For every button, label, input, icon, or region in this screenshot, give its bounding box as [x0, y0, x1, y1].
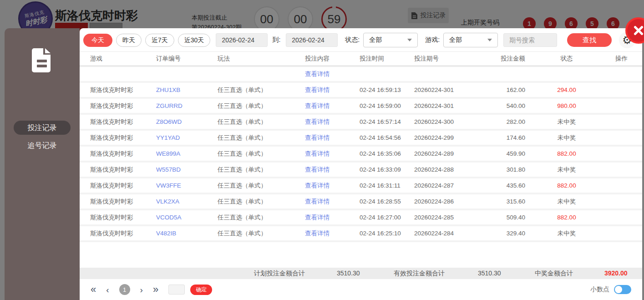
cell-game: 斯洛伐克时时彩	[90, 102, 156, 110]
col-content: 投注内容	[305, 55, 360, 63]
status-label: 状态:	[345, 36, 360, 44]
decimal-toggle[interactable]	[614, 285, 631, 294]
view-detail-link[interactable]: 查看详情	[305, 214, 360, 222]
cell-status: 未中奖	[528, 229, 605, 238]
cell-period: 20260224-299	[414, 134, 473, 141]
view-detail-link[interactable]: 查看详情	[305, 118, 360, 126]
view-detail-link[interactable]: 查看详情	[305, 86, 360, 94]
table-row: 查看详情	[80, 67, 642, 83]
view-detail-link[interactable]: 查看详情	[305, 182, 360, 190]
cell-status: 980.00	[528, 102, 605, 109]
page-jump-input[interactable]	[168, 285, 185, 295]
valid-total-value: 3510.30	[478, 269, 501, 277]
cell-time: 02-24 16:33:09	[360, 166, 414, 173]
col-time: 投注时间	[360, 55, 414, 63]
cell-play: 任三直选（单式）	[218, 150, 305, 158]
sidebar-item-chase-records[interactable]: 追号记录	[5, 140, 80, 151]
cell-order-link[interactable]: VCOD5A	[156, 214, 218, 221]
cell-order-link[interactable]: V482IB	[156, 230, 218, 237]
cell-play: 任三直选（单式）	[218, 182, 305, 190]
table-row: 斯洛伐克时时彩 WE899A 任三直选（单式） 查看详情 02-24 16:35…	[80, 147, 642, 163]
valid-total-label: 有效投注金额合计	[394, 269, 445, 278]
table-row: 斯洛伐克时时彩 V482IB 任三直选（单式） 查看详情 02-24 16:25…	[80, 226, 642, 242]
cell-time: 02-24 16:31:11	[360, 182, 414, 189]
cell-time: 02-24 16:28:55	[360, 198, 414, 205]
first-page-icon[interactable]: «	[91, 285, 96, 295]
game-select-value: 全部	[449, 36, 462, 44]
page-jump-confirm-button[interactable]: 确定	[190, 285, 212, 295]
decimal-toggle-group: 小数点	[590, 285, 631, 294]
cell-game: 斯洛伐克时时彩	[90, 150, 156, 158]
cell-time: 02-24 16:59:00	[360, 102, 414, 109]
cell-order-link[interactable]: Z8O6WD	[156, 118, 218, 125]
cell-amount: 315.60	[473, 198, 528, 205]
cell-order-link[interactable]: WE899A	[156, 150, 218, 157]
view-detail-link[interactable]: 查看详情	[305, 70, 360, 78]
cell-game: 斯洛伐克时时彩	[90, 182, 156, 190]
view-detail-link[interactable]: 查看详情	[305, 150, 360, 158]
cell-play: 任三直选（单式）	[218, 134, 305, 142]
status-select[interactable]: 全部	[363, 33, 418, 47]
cell-amount: 540.00	[473, 102, 528, 109]
cell-game: 斯洛伐克时时彩	[90, 86, 156, 94]
quick-filter-today[interactable]: 今天	[83, 34, 112, 47]
record-sidebar: 投注记录 追号记录	[5, 28, 80, 300]
cell-amount: 174.60	[473, 134, 528, 141]
cell-order-link[interactable]: W557BD	[156, 166, 218, 173]
cell-order-link[interactable]: ZHU1XB	[156, 86, 218, 93]
cell-play: 任三直选（单式）	[218, 118, 305, 126]
cell-amount: 162.00	[473, 86, 528, 93]
cell-game: 斯洛伐克时时彩	[90, 229, 156, 238]
date-to-input[interactable]	[286, 33, 338, 47]
period-search-input[interactable]	[503, 33, 557, 47]
col-period: 投注期号	[414, 55, 473, 63]
col-status: 状态	[528, 55, 605, 63]
summary-bar: 计划投注金额合计 3510.30 有效投注金额合计 3510.30 中奖金额合计…	[80, 268, 642, 279]
col-order: 订单编号	[156, 55, 218, 63]
cell-amount: 301.80	[473, 166, 528, 173]
view-detail-link[interactable]: 查看详情	[305, 102, 360, 110]
view-detail-link[interactable]: 查看详情	[305, 198, 360, 206]
next-page-icon[interactable]: ›	[140, 285, 143, 294]
last-page-icon[interactable]: »	[153, 285, 158, 295]
cell-status: 294.00	[528, 86, 605, 93]
chevron-down-icon	[487, 39, 492, 41]
decimal-toggle-label: 小数点	[590, 285, 609, 294]
table-row: 斯洛伐克时时彩 VLK2XA 任三直选（单式） 查看详情 02-24 16:28…	[80, 194, 642, 210]
quick-filter-yesterday[interactable]: 昨天	[116, 34, 142, 47]
game-select[interactable]: 全部	[443, 33, 498, 47]
cell-play: 任三直选（单式）	[218, 214, 305, 222]
cell-game: 斯洛伐克时时彩	[90, 166, 156, 174]
quick-filter-30days[interactable]: 近30天	[178, 34, 211, 47]
cell-period: 20260224-301	[414, 86, 473, 93]
prev-page-icon[interactable]: ‹	[106, 285, 109, 294]
sidebar-item-bet-records[interactable]: 投注记录	[14, 121, 71, 135]
view-detail-link[interactable]: 查看详情	[305, 166, 360, 174]
view-detail-link[interactable]: 查看详情	[305, 134, 360, 142]
search-button[interactable]: 查找	[567, 33, 612, 47]
date-from-input[interactable]	[216, 33, 268, 47]
cell-play: 任三直选（单式）	[218, 229, 305, 238]
table-body: 查看详情 斯洛伐克时时彩 ZHU1XB 任三直选（单式） 查看详情 02-24 …	[80, 67, 642, 242]
cell-order-link[interactable]: YY1YAD	[156, 134, 218, 141]
cell-order-link[interactable]: ZGURRD	[156, 102, 218, 109]
table-row: 斯洛伐克时时彩 Z8O6WD 任三直选（单式） 查看详情 02-24 16:57…	[80, 115, 642, 131]
cell-status: 882.00	[528, 182, 605, 189]
plan-total-value: 3510.30	[337, 269, 360, 277]
cell-game: 斯洛伐克时时彩	[90, 198, 156, 206]
col-play: 玩法	[218, 55, 305, 63]
cell-order-link[interactable]: VLK2XA	[156, 198, 218, 205]
filter-bar: 今天 昨天 近7天 近30天 到: 状态: 全部 游戏: 全部 查找 ⚙	[80, 28, 642, 50]
current-page-badge[interactable]: 1	[119, 284, 130, 295]
quick-filter-7days[interactable]: 近7天	[145, 34, 174, 47]
cell-game: 斯洛伐克时时彩	[90, 118, 156, 126]
view-detail-link[interactable]: 查看详情	[305, 229, 360, 238]
cell-status: 未中奖	[528, 118, 605, 126]
pagination-bar: « ‹ 1 › » 确定 小数点	[80, 279, 642, 300]
cell-order-link[interactable]: VW3FFE	[156, 182, 218, 189]
cell-time: 02-24 16:27:00	[360, 214, 414, 221]
table-row: 斯洛伐克时时彩 VW3FFE 任三直选（单式） 查看详情 02-24 16:31…	[80, 178, 642, 194]
table-row: 斯洛伐克时时彩 W557BD 任三直选（单式） 查看详情 02-24 16:33…	[80, 163, 642, 178]
cell-play: 任三直选（单式）	[218, 102, 305, 110]
status-select-value: 全部	[369, 36, 382, 44]
